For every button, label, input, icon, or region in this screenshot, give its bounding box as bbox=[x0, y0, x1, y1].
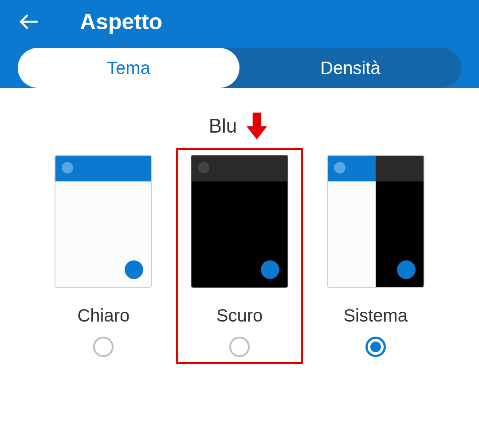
preview-dot-icon bbox=[334, 162, 346, 173]
preview-header bbox=[192, 156, 287, 181]
tab-theme[interactable]: Tema bbox=[18, 48, 240, 88]
page-title: Aspetto bbox=[80, 9, 162, 35]
theme-option-light[interactable]: Chiaro bbox=[40, 148, 167, 364]
theme-option-dark[interactable]: Scuro bbox=[176, 148, 303, 364]
theme-label: Sistema bbox=[343, 306, 408, 326]
arrow-down-icon bbox=[243, 110, 270, 141]
preview-right bbox=[376, 156, 424, 287]
preview-header bbox=[328, 156, 376, 181]
title-bar: Aspetto bbox=[0, 0, 479, 48]
back-arrow-icon bbox=[18, 11, 39, 32]
preview-dot-icon bbox=[62, 162, 73, 173]
theme-option-system[interactable]: Sistema bbox=[312, 148, 439, 364]
content: Blu Chiaro Scuro bbox=[0, 88, 479, 364]
theme-label: Scuro bbox=[216, 306, 263, 326]
section-header: Blu bbox=[18, 110, 461, 141]
preview-header bbox=[376, 156, 424, 181]
back-button[interactable] bbox=[18, 11, 40, 33]
radio-dark[interactable] bbox=[229, 337, 250, 357]
preview-fab-icon bbox=[261, 260, 279, 279]
preview-header bbox=[55, 156, 151, 181]
preview-fab-icon bbox=[125, 260, 143, 279]
theme-preview-light bbox=[55, 155, 152, 288]
app-header: Aspetto Tema Densità bbox=[0, 0, 479, 88]
themes-list: Chiaro Scuro bbox=[18, 148, 461, 364]
theme-label: Chiaro bbox=[77, 306, 130, 326]
radio-light[interactable] bbox=[93, 337, 114, 357]
theme-preview-system bbox=[327, 155, 424, 288]
preview-fab-icon bbox=[397, 260, 416, 279]
radio-system[interactable] bbox=[365, 337, 386, 357]
tab-density[interactable]: Densità bbox=[240, 48, 461, 88]
theme-preview-dark bbox=[191, 155, 288, 288]
section-title: Blu bbox=[209, 115, 237, 137]
tabs-wrapper: Tema Densità bbox=[0, 48, 479, 88]
preview-dot-icon bbox=[198, 162, 209, 173]
tabs: Tema Densità bbox=[18, 48, 461, 88]
preview-left bbox=[328, 156, 376, 287]
